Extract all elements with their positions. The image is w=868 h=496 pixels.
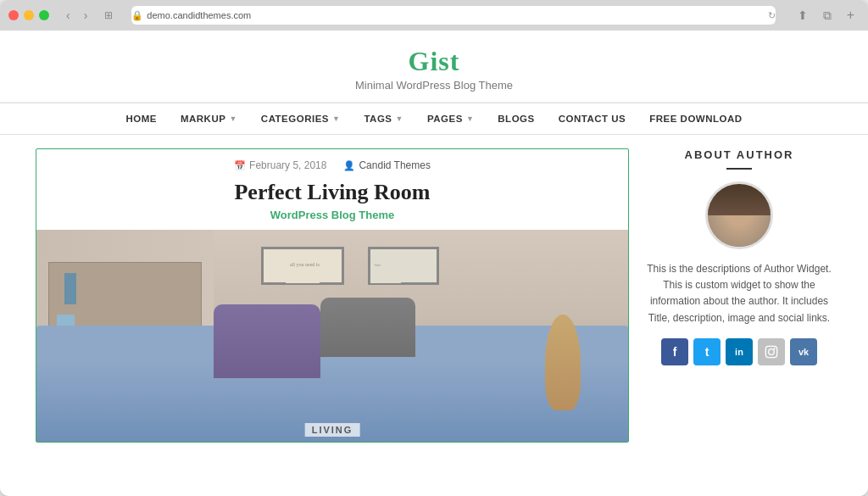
person-1: [214, 304, 320, 379]
markup-arrow: ▼: [229, 114, 236, 123]
lock-icon: 🔒: [131, 10, 143, 21]
nav-inner: HOME MARKUP ▼ CATEGORIES ▼ TAGS ▼ PAGES …: [0, 103, 868, 134]
nav-blogs[interactable]: BLOGS: [486, 103, 546, 134]
share-button[interactable]: ⬆: [793, 7, 813, 24]
nav-contact[interactable]: CONTACT US: [547, 103, 638, 134]
picture-1: all you need is love: [261, 247, 344, 285]
svg-text:live: live: [375, 263, 381, 267]
categories-arrow: ▼: [332, 114, 340, 123]
nav-markup[interactable]: MARKUP ▼: [169, 103, 249, 134]
nav-free-download[interactable]: FREE DOWNLOAD: [637, 103, 754, 134]
article-title: Perfect Living Room: [36, 176, 628, 209]
twitter-icon[interactable]: t: [693, 338, 721, 365]
picture-2: live: [368, 247, 439, 285]
nav-home[interactable]: HOME: [114, 103, 169, 134]
svg-rect-4: [765, 346, 776, 357]
avatar-face: [708, 184, 771, 247]
widget-title: ABOUT AUTHOR: [646, 148, 832, 161]
tags-arrow: ▼: [396, 114, 403, 123]
sidebar-toggle-button[interactable]: ⊞: [99, 8, 118, 23]
site-title: Gist: [0, 46, 868, 77]
back-button[interactable]: ‹: [61, 7, 75, 24]
url-text: demo.candidthemes.com: [147, 10, 251, 20]
close-button[interactable]: [8, 10, 19, 20]
social-icons: f t in vk: [646, 338, 832, 365]
browser-titlebar: ‹ › ⊞ 🔒 demo.candidthemes.com ↻ ⬆ ⧉ +: [0, 0, 868, 31]
person-icon: 👤: [343, 160, 355, 171]
calendar-icon: 📅: [234, 160, 246, 171]
maximize-button[interactable]: [39, 10, 49, 20]
instagram-icon[interactable]: [758, 338, 785, 365]
author-description: This is the descriptions of Author Widge…: [646, 261, 832, 326]
author-avatar: [705, 181, 773, 249]
vk-icon[interactable]: vk: [790, 338, 817, 365]
bedroom-scene: all you need is love live LIVING: [36, 230, 628, 442]
svg-text:all you need is love: all you need is love: [290, 262, 320, 267]
nav-pages[interactable]: PAGES ▼: [415, 103, 486, 134]
nav-tags[interactable]: TAGS ▼: [352, 103, 415, 134]
facebook-icon[interactable]: f: [661, 338, 688, 365]
site-header: Gist Minimal WordPress Blog Theme: [0, 31, 868, 103]
forward-button[interactable]: ›: [79, 7, 93, 24]
svg-point-5: [769, 348, 775, 354]
page-content: Gist Minimal WordPress Blog Theme HOME M…: [0, 31, 868, 496]
article-date: 📅 February 5, 2018: [234, 159, 326, 171]
guitar: [545, 315, 581, 410]
nav-categories[interactable]: CATEGORIES ▼: [249, 103, 353, 134]
article-image: all you need is love live LIVING: [36, 230, 628, 442]
pages-arrow: ▼: [466, 114, 474, 123]
avatar-hair: [708, 184, 771, 215]
article-subtitle: WordPress Blog Theme: [36, 209, 628, 230]
site-tagline: Minimal WordPress Blog Theme: [0, 79, 868, 92]
browser-window: ‹ › ⊞ 🔒 demo.candidthemes.com ↻ ⬆ ⧉ + Gi…: [0, 0, 868, 496]
image-caption: LIVING: [305, 423, 360, 437]
address-bar[interactable]: 🔒 demo.candidthemes.com ↻: [131, 6, 775, 25]
svg-point-6: [774, 348, 776, 349]
widget-divider: [726, 168, 752, 170]
person-2: [320, 298, 415, 357]
shelf-item-1: [64, 273, 76, 304]
minimize-button[interactable]: [24, 10, 34, 20]
reload-button[interactable]: ↻: [768, 10, 776, 21]
linkedin-icon[interactable]: in: [726, 338, 753, 365]
tab-button[interactable]: ⧉: [818, 7, 837, 25]
main-layout: 📅 February 5, 2018 👤 Candid Themes Perfe…: [19, 135, 849, 456]
sidebar: ABOUT AUTHOR This is the descriptions of…: [646, 148, 832, 443]
site-nav: HOME MARKUP ▼ CATEGORIES ▼ TAGS ▼ PAGES …: [0, 103, 868, 135]
article-author: 👤 Candid Themes: [343, 159, 431, 171]
article-meta: 📅 February 5, 2018 👤 Candid Themes: [36, 149, 628, 176]
new-tab-button[interactable]: +: [842, 6, 860, 25]
about-author-widget: ABOUT AUTHOR This is the descriptions of…: [646, 148, 832, 365]
article-section: 📅 February 5, 2018 👤 Candid Themes Perfe…: [36, 148, 629, 443]
